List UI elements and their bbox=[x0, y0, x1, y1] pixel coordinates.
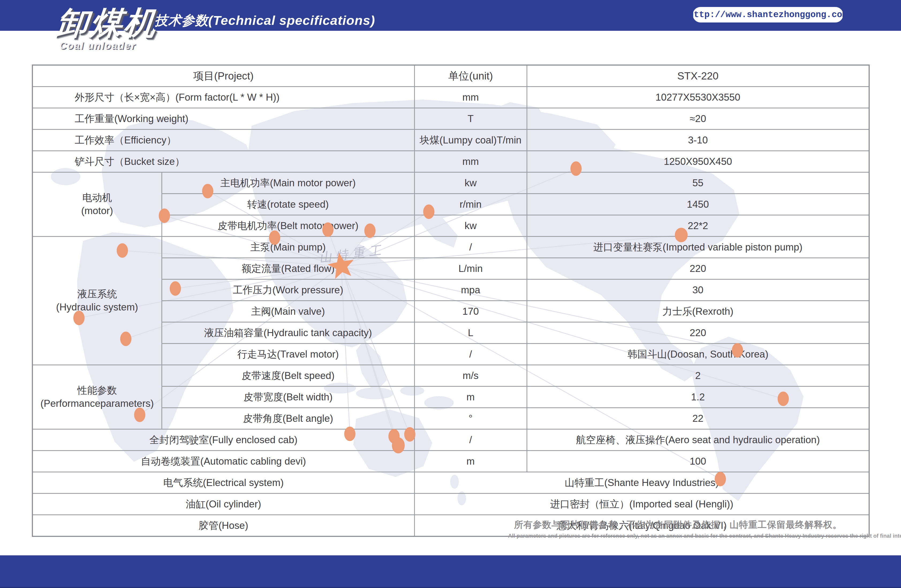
category-en: (Performanceparameters) bbox=[33, 397, 161, 410]
row-value: 力士乐(Rexroth) bbox=[527, 301, 869, 322]
row-value: 进口变量柱赛泵(Imported variable piston pump) bbox=[527, 237, 869, 258]
row-label: 皮带角度(Belt angle) bbox=[162, 408, 415, 429]
table-row: 电动机 (motor) 主电机功率(Main motor power) kw 5… bbox=[33, 172, 869, 194]
row-value: 韩国斗山(Doosan, South Korea) bbox=[527, 344, 869, 365]
logo-en-text: Coal unloader bbox=[59, 40, 158, 51]
table-row: 自动卷缆装置(Automatic cabling devi) m 100 bbox=[33, 451, 869, 472]
row-label: 工作重量(Working weight) bbox=[33, 108, 415, 129]
row-value: 山特重工(Shante Heavy Industries) bbox=[415, 472, 869, 493]
table-row: 油缸(Oil cylinder) 进口密封（恒立）(Imported seal … bbox=[33, 493, 869, 515]
logo: 卸煤机 Coal unloader bbox=[57, 6, 158, 51]
category-cn: 性能参数 bbox=[33, 384, 161, 397]
table-row: 铲斗尺寸（Bucket size） mm 1250X950X450 bbox=[33, 151, 869, 172]
row-unit: m bbox=[415, 451, 527, 472]
row-value: 22*2 bbox=[527, 215, 869, 237]
row-unit: L/min bbox=[415, 258, 527, 279]
row-unit: m/s bbox=[415, 365, 527, 387]
row-value: 1250X950X450 bbox=[527, 151, 869, 172]
category-en: (Hydraulic system) bbox=[33, 301, 161, 314]
disclaimer-en: All parameters and pictures are for refe… bbox=[508, 533, 848, 539]
disclaimer-cn: 所有参数与图片仅供参考，不作为合同附件及依据，山特重工保留最终解释权。 bbox=[508, 519, 848, 531]
row-unit: / bbox=[415, 237, 527, 258]
category-en: (motor) bbox=[33, 204, 161, 218]
table-row: 外形尺寸（长×宽×高）(Form factor(L * W * H)) mm 1… bbox=[33, 87, 869, 108]
table-row: 电气系统(Electrical system) 山特重工(Shante Heav… bbox=[33, 472, 869, 493]
row-label: 主泵(Main pump) bbox=[162, 237, 415, 258]
category-cn: 电动机 bbox=[33, 191, 161, 204]
row-value: 30 bbox=[527, 279, 869, 301]
category-cn: 液压系统 bbox=[33, 288, 161, 301]
table-row: 性能参数 (Performanceparameters) 皮带速度(Belt s… bbox=[33, 365, 869, 387]
spec-table-container: 项目(Project) 单位(unit) STX-220 外形尺寸（长×宽×高）… bbox=[32, 64, 870, 537]
row-label: 工作效率（Efficiency） bbox=[33, 129, 415, 151]
row-value: 22 bbox=[527, 408, 869, 429]
row-value: 1.2 bbox=[527, 387, 869, 408]
row-value: 3-10 bbox=[527, 129, 869, 151]
row-label: 主电机功率(Main motor power) bbox=[162, 172, 415, 194]
group-category-motor: 电动机 (motor) bbox=[33, 172, 162, 237]
footer-bar bbox=[0, 555, 901, 588]
row-unit: ° bbox=[415, 408, 527, 429]
row-value: 220 bbox=[527, 322, 869, 344]
table-row: 工作重量(Working weight) T ≈20 bbox=[33, 108, 869, 129]
row-value: 220 bbox=[527, 258, 869, 279]
row-label: 主阀(Main valve) bbox=[162, 301, 415, 322]
row-value: 进口密封（恒立）(Imported seal (Hengli)) bbox=[415, 493, 869, 515]
row-label: 全封闭驾驶室(Fully enclosed cab) bbox=[33, 429, 415, 451]
table-row: 液压系统 (Hydraulic system) 主泵(Main pump) / … bbox=[33, 237, 869, 258]
row-unit: 170 bbox=[415, 301, 527, 322]
row-label: 胶管(Hose) bbox=[33, 515, 415, 537]
row-value: 2 bbox=[527, 365, 869, 387]
table-header-row: 项目(Project) 单位(unit) STX-220 bbox=[33, 65, 869, 87]
col-header-unit: 单位(unit) bbox=[415, 65, 527, 87]
row-label: 转速(rotate speed) bbox=[162, 194, 415, 215]
row-label: 自动卷缆装置(Automatic cabling devi) bbox=[33, 451, 415, 472]
logo-cn-text: 卸煤机 bbox=[55, 6, 159, 40]
group-category-hydraulic: 液压系统 (Hydraulic system) bbox=[33, 237, 162, 365]
row-unit: / bbox=[415, 429, 527, 451]
row-value: 55 bbox=[527, 172, 869, 194]
website-url-pill[interactable]: Http://www.shantezhonggong.com bbox=[693, 7, 843, 22]
row-label: 皮带电机功率(Belt motor power) bbox=[162, 215, 415, 237]
row-unit: mm bbox=[415, 87, 527, 108]
row-label: 铲斗尺寸（Bucket size） bbox=[33, 151, 415, 172]
row-unit: / bbox=[415, 344, 527, 365]
row-label: 行走马达(Travel motor) bbox=[162, 344, 415, 365]
row-unit: m bbox=[415, 387, 527, 408]
row-unit: T bbox=[415, 108, 527, 129]
row-label: 油缸(Oil cylinder) bbox=[33, 493, 415, 515]
table-row: 全封闭驾驶室(Fully enclosed cab) / 航空座椅、液压操作(A… bbox=[33, 429, 869, 451]
row-label: 液压油箱容量(Hydraulic tank capacity) bbox=[162, 322, 415, 344]
row-unit: L bbox=[415, 322, 527, 344]
row-value: 10277X5530X3550 bbox=[527, 87, 869, 108]
row-unit: kw bbox=[415, 172, 527, 194]
spec-table: 项目(Project) 单位(unit) STX-220 外形尺寸（长×宽×高）… bbox=[32, 64, 870, 537]
row-label: 工作压力(Work pressure) bbox=[162, 279, 415, 301]
group-category-performance: 性能参数 (Performanceparameters) bbox=[33, 365, 162, 429]
row-value: 1450 bbox=[527, 194, 869, 215]
row-label: 额定流量(Rated flow) bbox=[162, 258, 415, 279]
row-value: 100 bbox=[527, 451, 869, 472]
row-value: ≈20 bbox=[527, 108, 869, 129]
col-header-project: 项目(Project) bbox=[33, 65, 415, 87]
row-label: 外形尺寸（长×宽×高）(Form factor(L * W * H)) bbox=[33, 87, 415, 108]
table-row: 工作效率（Efficiency） 块煤(Lumpy coal)T/min 3-1… bbox=[33, 129, 869, 151]
disclaimer: 所有参数与图片仅供参考，不作为合同附件及依据，山特重工保留最终解释权。 All … bbox=[508, 519, 848, 539]
row-unit: 块煤(Lumpy coal)T/min bbox=[415, 129, 527, 151]
row-unit: mm bbox=[415, 151, 527, 172]
row-unit: r/min bbox=[415, 194, 527, 215]
row-unit: kw bbox=[415, 215, 527, 237]
row-label: 电气系统(Electrical system) bbox=[33, 472, 415, 493]
row-unit: mpa bbox=[415, 279, 527, 301]
row-label: 皮带速度(Belt speed) bbox=[162, 365, 415, 387]
col-header-model: STX-220 bbox=[527, 65, 869, 87]
row-label: 皮带宽度(Belt width) bbox=[162, 387, 415, 408]
page-title: 技术参数(Technical specifications) bbox=[155, 12, 375, 30]
row-value: 航空座椅、液压操作(Aero seat and hydraulic operat… bbox=[527, 429, 869, 451]
